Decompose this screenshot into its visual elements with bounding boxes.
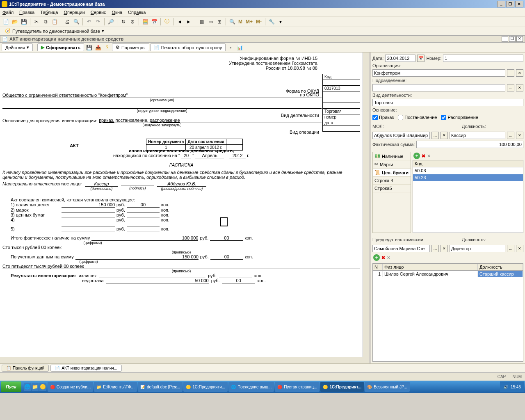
extra1-icon[interactable]: ▫ (226, 43, 235, 52)
menu-service[interactable]: Сервис (91, 10, 106, 15)
menu-help[interactable]: Справка (128, 10, 146, 15)
calendar-icon[interactable]: 📅 (150, 18, 158, 26)
code-row-0[interactable]: 50.03 (413, 167, 523, 174)
task-6[interactable]: 🟡 1С:Предприят... (320, 382, 364, 392)
close-icon[interactable]: ✕ (427, 153, 431, 159)
cat-marki[interactable]: ✉ Марки (373, 160, 411, 169)
date-input[interactable]: 20.04.2012 (385, 55, 415, 62)
task-7[interactable]: 🎨 Безымянный.JP... (365, 382, 409, 392)
close-button[interactable]: ✕ (515, 1, 523, 7)
cat-cenbumagi[interactable]: 📜 Цен. бумаги (373, 169, 411, 177)
grid-icon[interactable]: ▦ (197, 18, 205, 26)
help2-icon[interactable]: ? (103, 43, 111, 52)
task-5[interactable]: 🔴 Пустая страниц... (275, 382, 320, 392)
zoom-icon[interactable]: 🔍 (228, 18, 236, 26)
m-btn[interactable]: M (237, 18, 244, 26)
cut-icon[interactable]: ✂ (32, 18, 41, 26)
dropdown-icon[interactable]: ▾ (276, 18, 285, 26)
ql-icon-2[interactable]: 📁 (32, 383, 39, 391)
date-picker-icon[interactable]: 📅 (417, 55, 425, 62)
cat-nalichnye[interactable]: 💵 Наличные (373, 152, 411, 160)
save-doc-icon[interactable]: 💾 (85, 43, 93, 52)
nav-fwd-icon[interactable]: ► (185, 18, 193, 26)
new-icon[interactable]: 📄 (2, 18, 10, 26)
org-input[interactable]: Конфетпром (372, 69, 505, 77)
maximize-button[interactable]: ❐ (506, 1, 514, 7)
doc-close[interactable]: ✕ (516, 36, 523, 42)
task-1[interactable]: 📁 E:\Клиенты\ТФ... (94, 382, 137, 392)
chair-sel-icon[interactable]: … (431, 245, 439, 252)
tray-icon[interactable]: 🔊 (503, 385, 508, 389)
cb-rasp[interactable]: Распоряжение (441, 115, 478, 120)
copy-icon[interactable]: ⧉ (41, 18, 50, 26)
m-minus-btn[interactable]: M- (255, 18, 263, 26)
subdiv-clear-icon[interactable]: ✕ (516, 84, 523, 91)
export-icon[interactable]: 📤 (94, 43, 102, 52)
del-row-icon[interactable]: ✖ (422, 153, 425, 159)
fact-input[interactable]: 100 000,00 (416, 141, 523, 148)
pos-input[interactable]: Кассир (450, 132, 505, 139)
ct-row-1[interactable]: 1 Шилов Сергей Александрович Старший кас… (373, 271, 523, 277)
close-member-icon[interactable]: ✕ (387, 255, 390, 260)
params-button[interactable]: ⚙ Параметры (112, 43, 149, 51)
chair-pos-sel-icon[interactable]: … (507, 245, 514, 252)
extra2-icon[interactable]: 📊 (235, 43, 244, 52)
mol-select-icon[interactable]: … (431, 132, 439, 139)
code-row-1[interactable]: 50.23 (413, 174, 523, 181)
task-0[interactable]: 🔴 Создание публи... (48, 382, 93, 392)
settings-icon[interactable]: 🔧 (267, 18, 276, 26)
commission-table[interactable]: N Физ лицо Должность 1 Шилов Сергей Алек… (372, 263, 523, 362)
menu-file[interactable]: Файл (2, 10, 14, 15)
add-row-icon[interactable]: + (413, 153, 420, 159)
menu-windows[interactable]: Окна (112, 10, 123, 15)
menu-table[interactable]: Таблица (40, 10, 58, 15)
pos-select-icon[interactable]: … (507, 132, 514, 139)
add-member-icon[interactable]: + (373, 254, 380, 261)
guide-button[interactable]: 🧭 Путеводитель по демонстрационной базе … (2, 27, 107, 34)
mol-input[interactable]: Абдулов Юрий Владимир (372, 132, 430, 139)
cat-stroka5[interactable]: Строка5 (373, 185, 411, 192)
mol-clear-icon[interactable]: ✕ (441, 132, 448, 139)
m-plus-btn[interactable]: M+ (244, 18, 254, 26)
cb-prikaz[interactable]: Приказ (372, 115, 394, 120)
stop-icon[interactable]: ⊘ (128, 18, 137, 26)
nav-back-icon[interactable]: ◄ (176, 18, 184, 26)
org-clear-icon[interactable]: ✕ (516, 69, 523, 77)
vscrollbar[interactable] (363, 52, 369, 357)
activity-input[interactable]: Торговля (372, 99, 523, 106)
paste-icon[interactable]: 📋 (50, 18, 59, 26)
actions-button[interactable]: Действия ▾ (2, 43, 33, 51)
refresh-icon[interactable]: ↻ (119, 18, 128, 26)
doc-scroll[interactable]: Унифицированная форма № ИНВ-15 Утвержден… (0, 52, 363, 357)
form-button[interactable]: ▶ Сформировать (37, 43, 84, 51)
undo-icon[interactable]: ↶ (85, 18, 93, 26)
chair-pos-input[interactable]: Директор (450, 245, 505, 252)
del-member-icon[interactable]: ✖ (381, 255, 385, 260)
help-icon[interactable]: ⓘ (163, 18, 171, 26)
ql-icon-1[interactable]: 🌐 (24, 383, 31, 391)
cat-stroka4[interactable]: Строка 4 (373, 177, 411, 185)
menu-operations[interactable]: Операции (64, 10, 84, 15)
wtab-akt[interactable]: 📄 АКТ инвентаризации налич... (50, 365, 122, 372)
print-icon[interactable]: 🖨 (63, 18, 71, 26)
preview-icon[interactable]: 🔍 (72, 18, 80, 26)
task-3[interactable]: 🟡 1С:Предприяти... (183, 382, 228, 392)
cb-post[interactable]: Постановление (398, 115, 437, 120)
pos-clear-icon[interactable]: ✕ (516, 132, 523, 139)
chair-pos-clr-icon[interactable]: ✕ (516, 245, 523, 252)
task-4[interactable]: 🌐 Последние выш... (228, 382, 274, 392)
minimize-button[interactable]: _ (497, 1, 505, 7)
num-input[interactable]: 1 (443, 55, 523, 62)
chair-input[interactable]: Самойлова Марина Сте (372, 245, 430, 252)
hscrollbar[interactable] (0, 357, 369, 363)
calc-icon[interactable]: 🧮 (141, 18, 149, 26)
ql-icon-3[interactable]: 🟡 (39, 383, 46, 391)
menu-edit[interactable]: Правка (19, 10, 34, 15)
split-icon[interactable]: ⊞ (215, 18, 224, 26)
subdiv-input[interactable] (372, 84, 505, 91)
merge-icon[interactable]: ▭ (206, 18, 215, 26)
find-icon[interactable]: 🔎 (107, 18, 115, 26)
start-button[interactable]: Пуск (1, 381, 21, 392)
save-icon[interactable]: 💾 (20, 18, 28, 26)
code-list[interactable]: Код 50.03 50.23 (413, 160, 523, 233)
